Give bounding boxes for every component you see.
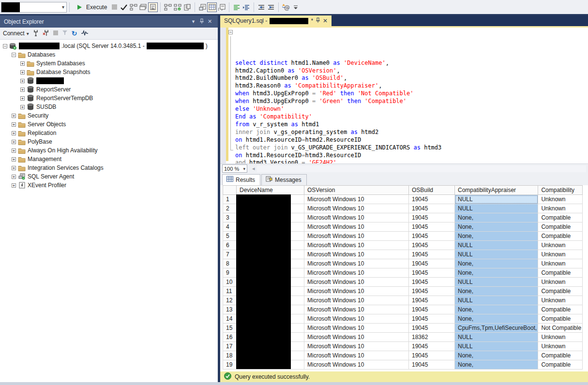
grid-cell[interactable]: Microsoft Windows 10 xyxy=(304,324,409,333)
grid-cell[interactable]: Microsoft Windows 10 xyxy=(304,241,409,250)
grid-cell[interactable]: Microsoft Windows 10 xyxy=(304,296,409,305)
tab-sqlquery1[interactable]: SQLQuery1.sql - * ✕ xyxy=(220,15,332,26)
expand-icon[interactable]: + xyxy=(12,122,16,127)
filter-icon[interactable] xyxy=(62,30,68,37)
row-number-cell[interactable]: 5 xyxy=(223,232,237,241)
row-number-cell[interactable]: 12 xyxy=(223,296,237,305)
grid-cell[interactable]: Compatible xyxy=(538,360,583,370)
grid-cell[interactable]: Microsoft Windows 10 xyxy=(304,278,409,287)
row-number-cell[interactable]: 15 xyxy=(223,324,237,333)
grid-cell[interactable]: Microsoft Windows 10 xyxy=(304,305,409,314)
grid-cell[interactable]: Unknown xyxy=(538,278,583,287)
row-number-cell[interactable]: 4 xyxy=(223,222,237,232)
grid-cell[interactable]: 19045 xyxy=(409,287,455,296)
editor-zoom-select[interactable]: 100 % ▾ xyxy=(222,164,247,173)
grid-cell[interactable]: 19045 xyxy=(409,305,455,314)
grid-cell[interactable]: Microsoft Windows 10 xyxy=(304,204,409,213)
grid-cell[interactable]: Microsoft Windows 10 xyxy=(304,314,409,324)
expand-icon[interactable]: + xyxy=(12,175,16,179)
code-line[interactable]: End as 'Compatibility' xyxy=(228,113,441,121)
grid-cell[interactable]: None, xyxy=(455,222,538,232)
tree-item[interactable]: +ReportServerTempDB xyxy=(0,94,218,103)
live-query-stats-icon[interactable] xyxy=(173,2,182,12)
grid-cell[interactable]: CpuFms,Tpm,UefiSecureBoot, xyxy=(455,324,538,333)
expand-icon[interactable]: + xyxy=(12,114,16,118)
row-number-cell[interactable]: 6 xyxy=(223,241,237,250)
tab-messages[interactable]: Messages xyxy=(261,174,307,185)
grid-cell[interactable]: Compatible xyxy=(538,268,583,278)
grid-cell[interactable]: Microsoft Windows 10 xyxy=(304,342,409,351)
comment-lines-icon[interactable] xyxy=(232,2,241,12)
grid-cell[interactable]: NULL xyxy=(455,204,538,213)
collapse-icon[interactable]: − xyxy=(12,53,16,57)
grid-cell[interactable]: None, xyxy=(455,351,538,360)
grid-cell[interactable]: 19045 xyxy=(409,296,455,305)
grid-cell[interactable]: Microsoft Windows 10 xyxy=(304,259,409,268)
row-number-cell[interactable]: 10 xyxy=(223,278,237,287)
grid-cell[interactable]: 19045 xyxy=(409,222,455,232)
grid-cell[interactable]: 19045 xyxy=(409,278,455,287)
tree-item[interactable]: +Replication xyxy=(0,129,218,137)
grid-cell[interactable]: Microsoft Windows 10 xyxy=(304,287,409,296)
column-header-compatibility[interactable]: Compatibility xyxy=(538,186,583,195)
results-to-file-icon[interactable] xyxy=(217,2,226,12)
stop-icon[interactable] xyxy=(109,2,119,12)
grid-cell[interactable]: Microsoft Windows 10 xyxy=(304,333,409,342)
code-line[interactable]: htmd2.BuildNumber0 as 'OSBuild', xyxy=(228,74,441,82)
grid-cell[interactable]: Compatible xyxy=(538,314,583,324)
tree-item[interactable]: +XEvent Profiler xyxy=(0,181,218,190)
grid-cell[interactable]: Compatible xyxy=(538,305,583,314)
grid-cell[interactable]: NULL xyxy=(455,296,538,305)
sql-editor[interactable]: − select distinct htmd1.Name0 as 'Device… xyxy=(220,28,588,163)
expand-icon[interactable]: + xyxy=(20,70,25,74)
code-line[interactable]: select distinct htmd1.Name0 as 'DeviceNa… xyxy=(228,59,441,67)
grid-cell[interactable]: Microsoft Windows 10 xyxy=(304,360,409,370)
row-number-cell[interactable]: 9 xyxy=(223,268,237,278)
connect-button[interactable]: Connect ▾ xyxy=(3,30,29,37)
column-header-osbuild[interactable]: OSBuild xyxy=(409,186,455,195)
grid-cell[interactable]: 19045 xyxy=(409,324,455,333)
grid-cell[interactable]: None, xyxy=(455,287,538,296)
grid-cell[interactable]: Unknown xyxy=(538,204,583,213)
tree-item[interactable]: +Integration Services Catalogs xyxy=(0,163,218,172)
decrease-indent-icon[interactable] xyxy=(256,2,266,12)
expand-icon[interactable]: + xyxy=(12,131,16,135)
code-line[interactable]: inner join v_gs_operating_system as htmd… xyxy=(228,129,441,136)
chevron-down-icon[interactable]: ▾ xyxy=(62,4,64,10)
row-number-cell[interactable]: 19 xyxy=(223,360,237,370)
grid-cell[interactable]: Microsoft Windows 10 xyxy=(304,222,409,232)
grid-cell[interactable]: 19045 xyxy=(409,241,455,250)
results-to-grid-icon[interactable] xyxy=(207,2,217,12)
refresh-icon[interactable]: ↻ xyxy=(72,30,77,37)
grid-cell[interactable]: 19045 xyxy=(409,204,455,213)
tree-item[interactable]: +System Databases xyxy=(0,59,218,68)
grid-cell[interactable]: 18362 xyxy=(409,333,455,342)
tree-item[interactable]: +Database Snapshots xyxy=(0,68,218,76)
scroll-left-arrow-icon[interactable]: ◂ xyxy=(252,165,255,172)
corner-header-cell[interactable] xyxy=(223,186,237,195)
grid-cell[interactable]: 19045 xyxy=(409,232,455,241)
pin-icon[interactable] xyxy=(316,17,320,25)
code-line[interactable]: else 'Unknown' xyxy=(228,105,441,113)
tree-item[interactable]: +Server Objects xyxy=(0,120,218,129)
tree-item[interactable]: +Security xyxy=(0,111,218,120)
execute-button[interactable]: Execute xyxy=(72,1,109,13)
expand-icon[interactable]: + xyxy=(12,166,16,170)
code-line[interactable]: on htmd1.ResourceID=htmd2.ResourceID xyxy=(228,136,441,144)
tree-item[interactable]: +SQL Server Agent xyxy=(0,172,218,181)
row-number-cell[interactable]: 3 xyxy=(223,213,237,222)
disconnect-plug-icon[interactable] xyxy=(43,30,49,38)
row-number-cell[interactable]: 16 xyxy=(223,333,237,342)
code-line[interactable]: htmd2.Caption0 as 'OSVersion', xyxy=(228,67,441,75)
code-line[interactable]: on htmd1.ResourceID=htmd3.ResourceID xyxy=(228,152,441,160)
grid-cell[interactable]: Unknown xyxy=(538,296,583,305)
grid-cell[interactable]: Compatible xyxy=(538,213,583,222)
row-number-cell[interactable]: 8 xyxy=(223,259,237,268)
tree-item[interactable]: −Databases xyxy=(0,50,218,59)
code-line[interactable]: from v_r_system as htmd1 xyxy=(228,121,441,129)
grid-cell[interactable]: Compatible xyxy=(538,232,583,241)
tree-item[interactable]: +PolyBase xyxy=(0,137,218,146)
grid-cell[interactable]: None, xyxy=(455,232,538,241)
expand-icon[interactable]: + xyxy=(20,96,25,101)
expand-icon[interactable]: + xyxy=(20,79,25,83)
